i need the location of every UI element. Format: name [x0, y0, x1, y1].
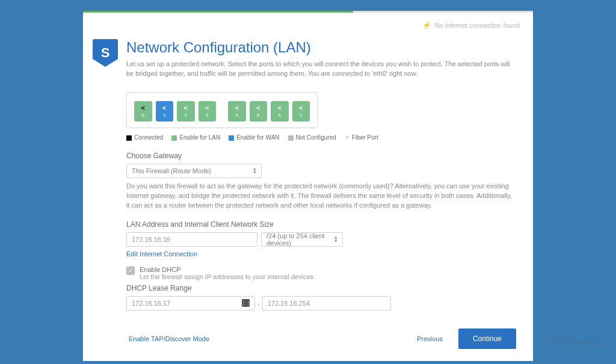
- port-label: 6: [279, 113, 281, 118]
- gateway-label: Choose Gateway: [126, 152, 516, 160]
- lan-address-input[interactable]: [126, 232, 257, 247]
- lan-mask-value: /24 (up to 254 client devices): [266, 232, 334, 247]
- port-label: 7: [300, 113, 302, 118]
- port-4[interactable]: <4: [228, 101, 246, 122]
- chevron-updown-icon: ▴▾: [334, 236, 337, 242]
- setup-wizard-window: ⚡ No Internet connection found S Network…: [83, 11, 533, 361]
- share-icon: <: [184, 104, 188, 111]
- share-icon: <: [299, 104, 303, 111]
- watermark: ✓ AVANET: [551, 336, 610, 350]
- dhcp-title: Enable DHCP: [140, 266, 315, 273]
- gateway-select[interactable]: This Firewall (Route Mode) ▴▾: [126, 164, 262, 178]
- enable-tap-link[interactable]: Enable TAP/Discover Mode: [129, 335, 209, 342]
- lan-label: LAN Address and Internal Client Network …: [126, 220, 516, 229]
- port-6[interactable]: <6: [271, 101, 289, 122]
- port-7[interactable]: <7: [292, 101, 310, 122]
- plug-icon: ⚡: [422, 21, 431, 29]
- shield-icon: ✓: [551, 336, 563, 350]
- legend-lan: Enable for LAN: [179, 134, 220, 141]
- share-icon: <: [235, 104, 239, 111]
- share-icon: <: [162, 104, 166, 111]
- legend-wan: Enable for WAN: [236, 134, 279, 141]
- page-lead: Let us set up a protected network. Selec…: [126, 60, 516, 79]
- dhcp-from-field[interactable]: [132, 300, 242, 307]
- share-icon: <: [141, 104, 145, 111]
- continue-button[interactable]: Continue: [458, 329, 516, 349]
- calc-icon[interactable]: ⋮⋮: [242, 299, 250, 307]
- share-icon: <: [256, 104, 260, 111]
- dhcp-to-field[interactable]: [268, 300, 386, 307]
- port-label: 1: [163, 113, 165, 118]
- range-dash: -: [257, 300, 260, 307]
- legend-fiber: Fiber Port: [352, 134, 378, 141]
- brand-logo: S: [93, 39, 118, 67]
- enable-dhcp-checkbox[interactable]: ✓: [126, 267, 135, 275]
- ports-legend: Connected Enable for LAN Enable for WAN …: [126, 134, 516, 141]
- port-label: 0: [142, 113, 144, 118]
- page-title: Network Configuration (LAN): [126, 39, 516, 56]
- status-row: ⚡ No Internet connection found: [83, 13, 533, 29]
- port-label: 2: [185, 113, 187, 118]
- lan-address-field[interactable]: [132, 236, 252, 243]
- status-text: No Internet connection found: [435, 22, 520, 29]
- dhcp-to-input[interactable]: [262, 296, 391, 310]
- dhcp-from-input[interactable]: ⋮⋮: [126, 296, 255, 310]
- legend-connected: Connected: [134, 134, 163, 141]
- dhcp-desc: Let the firewall assign IP addresses to …: [140, 273, 315, 280]
- share-icon: <: [278, 104, 282, 111]
- port-label: 4: [236, 113, 238, 118]
- port-2[interactable]: <2: [177, 101, 195, 122]
- ports-card: <0<1<2<3<4<5<6<7: [126, 92, 318, 128]
- gateway-select-value: This Firewall (Route Mode): [132, 167, 211, 174]
- gateway-help: Do you want this firewall to act as the …: [126, 182, 516, 211]
- watermark-text: AVANET: [567, 338, 610, 348]
- legend-notconfigured: Not Configured: [296, 134, 336, 141]
- port-label: 5: [257, 113, 259, 118]
- previous-link[interactable]: Previous: [417, 335, 443, 342]
- port-label: 3: [206, 113, 208, 118]
- dhcp-range-label: DHCP Lease Range: [126, 284, 516, 292]
- footer: Enable TAP/Discover Mode Previous Contin…: [83, 329, 533, 361]
- port-0[interactable]: <0: [134, 101, 152, 122]
- chevron-updown-icon: ▴▾: [253, 167, 256, 174]
- check-icon: ✓: [128, 267, 133, 274]
- edit-internet-link[interactable]: Edit Internet Connection: [126, 250, 516, 258]
- share-icon: <: [205, 104, 209, 111]
- lan-mask-select[interactable]: /24 (up to 254 client devices) ▴▾: [261, 232, 343, 247]
- port-5[interactable]: <5: [250, 101, 268, 122]
- port-1[interactable]: <1: [156, 101, 174, 122]
- port-3[interactable]: <3: [199, 101, 217, 122]
